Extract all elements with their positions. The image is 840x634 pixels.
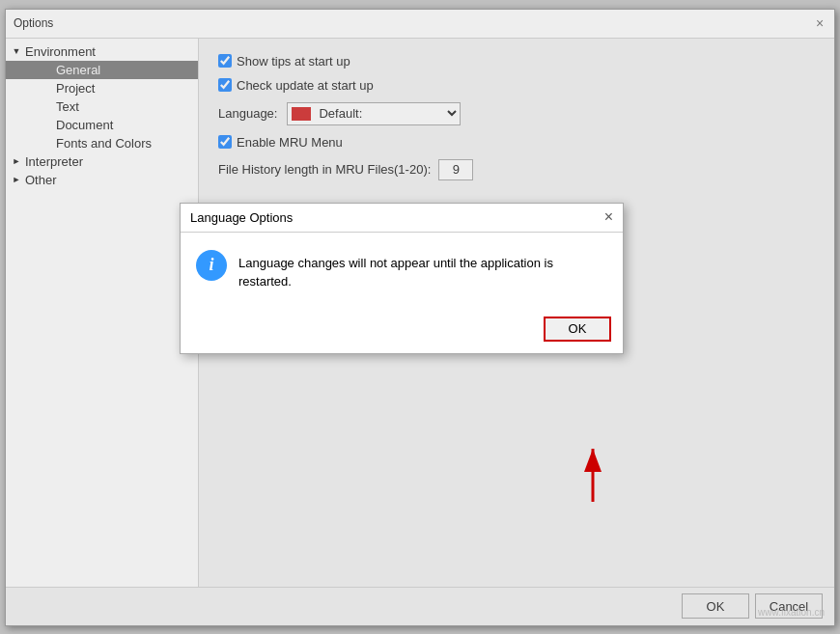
dialog-title-bar: Language Options × [181,204,623,233]
watermark: www.fixation.cn [758,607,825,618]
options-window: Options × ▼ Environment General Project … [5,9,835,626]
dialog-overlay: Language Options × i Language changes wi… [6,10,834,625]
dialog-close-button[interactable]: × [604,209,613,225]
language-options-dialog: Language Options × i Language changes wi… [180,203,624,354]
dialog-body: i Language changes will not appear until… [181,233,623,309]
dialog-ok-button[interactable]: OK [544,317,611,342]
dialog-message: Language changes will not appear until t… [238,250,607,291]
info-icon: i [196,250,227,281]
dialog-footer: OK [181,309,623,353]
dialog-title-text: Language Options [190,210,293,225]
